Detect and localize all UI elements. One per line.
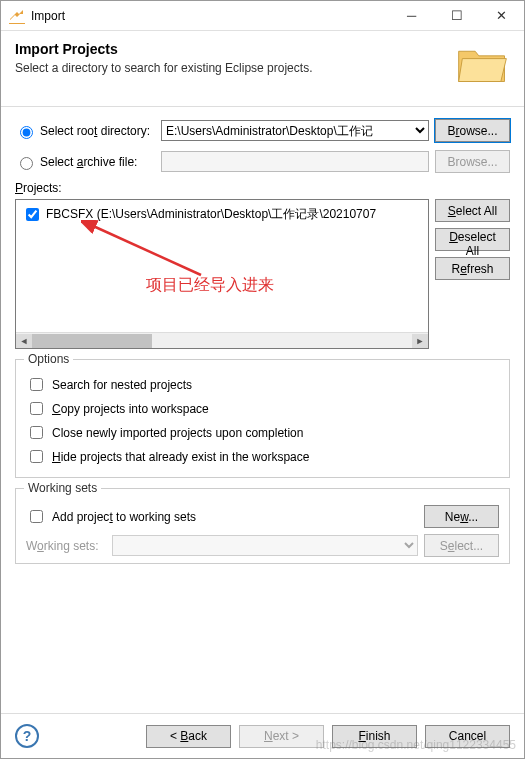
refresh-button[interactable]: Refresh [435,257,510,280]
horizontal-scrollbar[interactable]: ◄ ► [16,332,428,348]
finish-button[interactable]: Finish [332,725,417,748]
scroll-thumb[interactable] [32,334,152,348]
annotation-text: 项目已经导入进来 [146,275,274,296]
nested-checkbox[interactable]: Search for nested projects [26,375,499,394]
page-title: Import Projects [15,41,455,57]
minimize-button[interactable]: ─ [389,2,434,30]
projects-list[interactable]: FBCSFX (E:\Users\Administrator\Desktop\工… [15,199,429,349]
next-button: Next > [239,725,324,748]
add-to-ws-checkbox[interactable]: Add project to working sets [26,507,418,526]
import-icon [9,8,25,24]
scroll-left-icon[interactable]: ◄ [16,334,32,348]
select-ws-button: Select... [424,534,499,557]
deselect-all-button[interactable]: Deselect All [435,228,510,251]
select-all-button[interactable]: Select All [435,199,510,222]
list-item[interactable]: FBCSFX (E:\Users\Administrator\Desktop\工… [18,204,426,225]
ws-label: Working sets: [26,539,106,553]
cancel-button[interactable]: Cancel [425,725,510,748]
footer: ? < Back Next > Finish Cancel [1,713,524,758]
import-dialog: Import ─ ☐ ✕ Import Projects Select a di… [0,0,525,759]
maximize-button[interactable]: ☐ [434,2,479,30]
close-checkbox[interactable]: Close newly imported projects upon compl… [26,423,499,442]
svg-line-0 [91,225,201,275]
window-title: Import [31,9,389,23]
archive-input[interactable] [161,151,429,172]
copy-checkbox[interactable]: Copy projects into workspace [26,399,499,418]
header: Import Projects Select a directory to se… [1,31,524,107]
archive-radio[interactable]: Select archive file: [15,154,155,170]
working-sets-group: Working sets Add project to working sets… [15,488,510,564]
back-button[interactable]: < Back [146,725,231,748]
annotation-arrow [81,220,211,280]
root-dir-radio[interactable]: Select root directory: [15,123,155,139]
help-icon[interactable]: ? [15,724,39,748]
browse-archive-button: Browse... [435,150,510,173]
hide-checkbox[interactable]: Hide projects that already exist in the … [26,447,499,466]
browse-root-button[interactable]: Browse... [435,119,510,142]
projects-label: Projects: [15,181,510,195]
page-subtitle: Select a directory to search for existin… [15,61,455,75]
ws-select [112,535,418,556]
content: Select root directory: E:\Users\Administ… [1,107,524,713]
scroll-right-icon[interactable]: ► [412,334,428,348]
options-group: Options Search for nested projects Copy … [15,359,510,478]
project-checkbox[interactable] [26,208,39,221]
titlebar: Import ─ ☐ ✕ [1,1,524,31]
folder-icon [455,41,510,92]
close-button[interactable]: ✕ [479,2,524,30]
root-dir-input[interactable]: E:\Users\Administrator\Desktop\工作记 [161,120,429,141]
new-ws-button[interactable]: New... [424,505,499,528]
